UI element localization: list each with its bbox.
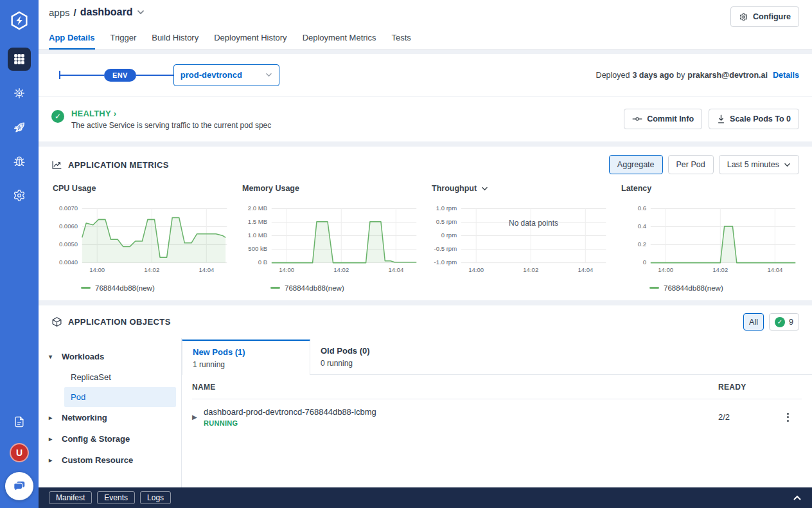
latency-svg: 0.60.40.2014:0014:0214:04 (620, 203, 799, 280)
sidebar-nav (8, 48, 31, 207)
tree-item-custom-resource[interactable]: ▸ Custom Resource (39, 449, 181, 471)
svg-text:0 rpm: 0 rpm (441, 231, 457, 239)
breadcrumb-apps[interactable]: apps (49, 7, 70, 18)
health-status-message: The active Service is serving traffic to… (71, 121, 271, 130)
chevron-down-icon (265, 73, 272, 77)
svg-text:0.0060: 0.0060 (59, 222, 78, 230)
column-name: NAME (192, 383, 718, 392)
caret-right-icon[interactable]: ▶ (192, 413, 204, 421)
sidebar-item-deploy[interactable] (8, 116, 31, 139)
configure-button[interactable]: Configure (730, 6, 799, 27)
health-status-label: HEALTHY (71, 109, 111, 118)
caret-right-icon: ▸ (49, 414, 55, 421)
tree-item-replicaset[interactable]: ReplicaSet (64, 367, 176, 387)
filter-all-button[interactable]: All (743, 313, 764, 331)
tab-old-pods[interactable]: Old Pods (0) 0 running (310, 340, 439, 374)
chart-title: Latency (621, 184, 651, 193)
caret-down-icon: ▾ (49, 353, 55, 360)
memory-usage-svg: 2.0 MB1.5 MB1.0 MB500 kB0 B14:0014:0214:… (241, 203, 420, 280)
time-range-dropdown[interactable]: Last 5 minutes (719, 155, 799, 174)
svg-text:14:00: 14:00 (658, 266, 673, 273)
chevron-down-icon[interactable] (481, 186, 488, 191)
tab-sub-label: 0 running (321, 359, 428, 368)
tab-build-history[interactable]: Build History (152, 33, 199, 50)
main-area: apps / dashboard Configure App Details T… (39, 0, 812, 508)
pod-status-badge: RUNNING (204, 419, 376, 427)
user-avatar[interactable]: U (10, 443, 29, 462)
tab-app-details[interactable]: App Details (49, 33, 95, 50)
chart-legend: 768844db88(new) (81, 283, 231, 293)
tab-trigger[interactable]: Trigger (110, 33, 137, 50)
svg-text:1.0 rpm: 1.0 rpm (436, 204, 457, 212)
sidebar-item-resource-browser[interactable] (8, 82, 31, 105)
svg-text:14:04: 14:04 (767, 266, 783, 273)
details-link[interactable]: Details (773, 71, 799, 80)
commit-info-button[interactable]: Commit Info (624, 109, 702, 129)
sidebar-item-docs[interactable] (8, 410, 31, 433)
tree-item-pod[interactable]: Pod (64, 387, 176, 407)
caret-right-icon: ▸ (49, 435, 55, 442)
tree-item-config-storage[interactable]: ▸ Config & Storage (39, 428, 181, 449)
svg-text:14:00: 14:00 (89, 266, 105, 273)
tree-item-networking[interactable]: ▸ Networking (39, 407, 181, 428)
tab-deployment-history[interactable]: Deployment History (214, 33, 287, 50)
sidebar-item-applications[interactable] (8, 48, 31, 71)
chevron-up-icon[interactable] (793, 495, 802, 501)
document-icon (13, 415, 26, 428)
time-range-value: Last 5 minutes (727, 160, 779, 169)
scale-pods-label: Scale Pods To 0 (730, 114, 791, 123)
deployed-by-email: prakarsh@devtron.ai (687, 71, 768, 80)
svg-text:14:00: 14:00 (279, 266, 294, 273)
svg-text:14:00: 14:00 (468, 266, 484, 273)
pod-name[interactable]: dashboard-prod-devtroncd-768844db88-lcbm… (204, 407, 376, 417)
manifest-button[interactable]: Manifest (49, 491, 92, 504)
devtron-logo[interactable] (8, 9, 31, 32)
svg-text:500 kB: 500 kB (248, 245, 267, 252)
cpu-usage-svg: 0.00700.00600.00500.004014:0014:0214:04 (51, 203, 231, 280)
breadcrumb-app-name[interactable]: dashboard (80, 6, 133, 18)
svg-text:1.0 MB: 1.0 MB (248, 231, 267, 239)
environment-dropdown-value: prod-devtroncd (181, 70, 242, 80)
kebab-menu-icon[interactable] (784, 410, 791, 424)
tree-label: Networking (62, 413, 107, 422)
env-line (136, 75, 173, 76)
tab-new-pods[interactable]: New Pods (1) 1 running (182, 340, 310, 375)
chart-legend-empty (460, 283, 610, 293)
sidebar-item-global-config[interactable] (8, 184, 31, 207)
svg-text:14:02: 14:02 (333, 266, 349, 273)
legend-label: 768844db88(new) (95, 284, 155, 292)
commit-icon (632, 115, 642, 123)
sidebar-item-bug-report[interactable] (8, 150, 31, 173)
scale-down-icon (717, 114, 725, 123)
tree-item-workloads[interactable]: ▾ Workloads (39, 346, 181, 367)
deployed-time: 3 days ago (632, 71, 674, 80)
caret-right-icon: ▸ (49, 457, 55, 464)
aggregate-button[interactable]: Aggregate (609, 155, 663, 174)
app-health-status[interactable]: HEALTHY› (71, 109, 271, 118)
configure-label: Configure (753, 12, 791, 21)
svg-text:0.5 rpm: 0.5 rpm (436, 218, 457, 225)
breadcrumb: apps / dashboard (49, 6, 145, 18)
column-ready: READY (718, 383, 773, 392)
check-circle-icon: ✓ (775, 317, 785, 327)
tree-label: Custom Resource (62, 455, 133, 465)
svg-text:14:04: 14:04 (578, 266, 594, 273)
svg-text:0.0050: 0.0050 (59, 240, 78, 248)
devtron-logo-icon (9, 10, 30, 31)
tab-deployment-metrics[interactable]: Deployment Metrics (303, 33, 376, 50)
application-objects-title: APPLICATION OBJECTS (51, 316, 171, 327)
scale-pods-button[interactable]: Scale Pods To 0 (709, 109, 799, 129)
events-button[interactable]: Events (97, 491, 135, 504)
chat-widget-button[interactable] (5, 472, 33, 500)
healthy-count-button[interactable]: ✓ 9 (769, 313, 799, 331)
breadcrumb-separator: / (74, 7, 76, 18)
chevron-down-icon[interactable] (137, 10, 145, 15)
pod-table-header: NAME READY (192, 375, 802, 399)
environment-dropdown[interactable]: prod-devtroncd (173, 64, 279, 86)
throughput-svg: 1.0 rpm0.5 rpm0 rpm-0.5 rpm-1.0 rpm14:00… (430, 203, 610, 280)
per-pod-button[interactable]: Per Pod (668, 155, 714, 174)
application-objects-card: APPLICATION OBJECTS All ✓ 9 ▾ W (39, 305, 812, 487)
logs-button[interactable]: Logs (140, 491, 171, 504)
objects-title-label: APPLICATION OBJECTS (68, 317, 171, 327)
tab-tests[interactable]: Tests (392, 33, 411, 50)
